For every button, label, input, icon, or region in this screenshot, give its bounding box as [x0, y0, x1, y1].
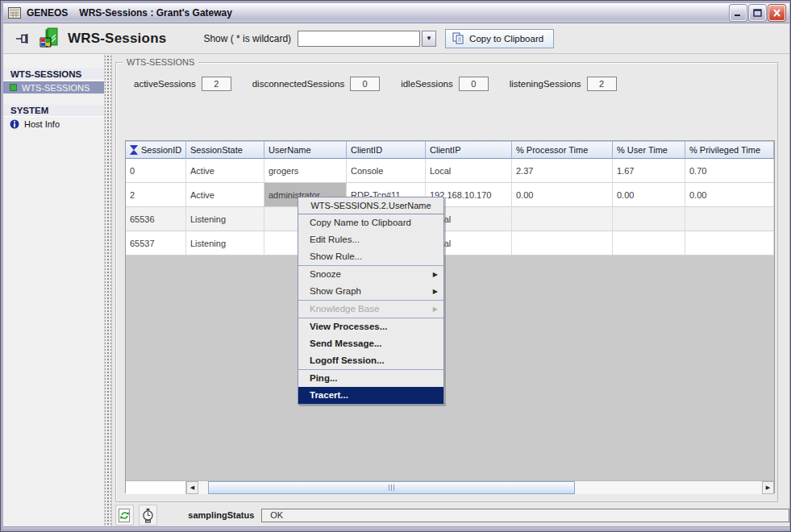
table-row[interactable]: 0 Active grogers Console Local 2.37 1.67… [126, 159, 774, 183]
table-cell[interactable] [685, 207, 774, 231]
groupbox-title: WTS-SESSIONS [123, 57, 198, 67]
menu-item-send-message[interactable]: Send Message... [298, 335, 443, 352]
column-header-user-time[interactable]: % User Time [613, 141, 685, 159]
listening-sessions-label: listeningSessions [510, 79, 581, 89]
maximize-icon [753, 9, 762, 17]
sidebar-item-label: WTS-SESSIONS [22, 83, 90, 93]
listening-sessions-value: 2 [587, 77, 617, 91]
status-ok-square-icon [10, 84, 17, 91]
context-menu-title: WTS-SESSIONS.2.UserName [298, 197, 443, 214]
show-wildcard-label: Show ( * is wildcard) [203, 33, 291, 44]
sidebar-section-system: SYSTEM [3, 105, 104, 117]
table-cell[interactable] [685, 231, 774, 256]
app-window: GENEOSWRS-Sessions : Grant's Gateway [0, 0, 791, 532]
table-cell[interactable] [613, 207, 685, 231]
column-header-processor-time[interactable]: % Processor Time [512, 141, 613, 159]
menu-item-tracert[interactable]: Tracert... [298, 387, 443, 404]
table-cell[interactable]: 0.00 [685, 183, 774, 207]
table-cell[interactable]: 0.00 [613, 183, 685, 207]
sidebar-item-wts-sessions[interactable]: WTS-SESSIONS [3, 81, 104, 94]
window-title: GENEOSWRS-Sessions : Grant's Gateway [27, 7, 232, 19]
maximize-button[interactable] [749, 5, 766, 21]
submenu-arrow-icon: ▶ [433, 283, 438, 300]
table-cell[interactable]: 2.37 [512, 159, 613, 183]
refresh-sample-button[interactable] [115, 505, 134, 526]
menu-item-view-processes[interactable]: View Processes... [298, 318, 443, 335]
column-header-sessionid[interactable]: SessionID [126, 141, 186, 159]
summary-row: activeSessions 2 disconnectedSessions 0 … [134, 77, 638, 91]
window-bottom-frame [3, 526, 789, 529]
pin-icon[interactable] [16, 33, 31, 44]
menu-item-show-rule[interactable]: Show Rule... [298, 248, 443, 265]
close-icon [772, 9, 781, 17]
sort-icon [130, 145, 138, 155]
table-cell[interactable]: Local [426, 159, 512, 183]
main-panel: WTS-SESSIONS activeSessions 2 disconnect… [112, 54, 789, 526]
menu-item-show-graph[interactable]: Show Graph▶ [298, 283, 443, 300]
copy-to-clipboard-button[interactable]: Copy to Clipboard [445, 29, 554, 48]
sample-timer-button[interactable] [139, 505, 157, 526]
titlebar[interactable]: GENEOSWRS-Sessions : Grant's Gateway [3, 3, 789, 23]
table-cell[interactable]: 0 [126, 159, 186, 183]
column-header-username[interactable]: UserName [264, 141, 347, 159]
scrollbar-track[interactable] [198, 481, 762, 494]
sidebar-section-wts-sessions: WTS-SESSIONS [3, 69, 104, 81]
stopwatch-icon [142, 508, 154, 523]
table-empty-area [126, 256, 774, 480]
table-cell[interactable] [613, 231, 685, 256]
table-cell[interactable]: 0.00 [512, 183, 613, 207]
navigation-sidebar: WTS-SESSIONS WTS-SESSIONS SYSTEM Host In… [3, 54, 104, 526]
sidebar-item-host-info[interactable]: Host Info [3, 118, 104, 130]
sidebar-splitter[interactable] [104, 54, 112, 526]
scroll-right-button[interactable]: ▶ [762, 481, 774, 494]
scrollbar-corner [126, 481, 186, 494]
table-cell[interactable]: Active [186, 183, 264, 207]
table-cell[interactable]: Listening [186, 231, 264, 256]
minimize-button[interactable] [730, 5, 747, 21]
copy-button-label: Copy to Clipboard [469, 34, 543, 44]
sampling-status-value: OK [261, 509, 789, 522]
table-cell[interactable] [512, 207, 613, 231]
horizontal-scrollbar: ◀ ▶ [126, 480, 774, 494]
menu-item-edit-rules[interactable]: Edit Rules... [298, 231, 443, 248]
table-row[interactable]: 2 Active administrator RDP-Tcp#11 192.16… [126, 183, 774, 207]
info-icon [10, 119, 19, 129]
menu-item-snooze[interactable]: Snooze▶ [298, 266, 443, 283]
table-cell[interactable]: Listening [186, 207, 264, 231]
table-cell[interactable]: 65536 [126, 207, 186, 231]
column-header-privileged-time[interactable]: % Privileged Time [685, 141, 774, 159]
table-cell[interactable]: 65537 [126, 231, 186, 256]
filter-dropdown-button[interactable]: ▼ [422, 31, 436, 47]
column-header-clientip[interactable]: ClientIP [426, 141, 512, 159]
table-cell[interactable]: grogers [264, 159, 347, 183]
table-row[interactable]: 65537 Listening Local [126, 231, 774, 256]
scroll-right-icon: ▶ [766, 484, 770, 491]
scrollbar-grip [389, 484, 394, 491]
table-cell[interactable] [512, 231, 613, 256]
menu-item-copy-name[interactable]: Copy Name to Clipboard [298, 214, 443, 231]
filter-input[interactable] [298, 31, 420, 47]
status-row: samplingStatus OK [112, 504, 789, 526]
table-cell[interactable]: Active [186, 159, 264, 183]
active-sessions-value: 2 [202, 77, 231, 91]
copy-icon [452, 32, 464, 44]
scrollbar-thumb[interactable] [208, 481, 575, 494]
table-cell[interactable]: 0.70 [685, 159, 774, 183]
refresh-icon [118, 508, 131, 523]
chevron-down-icon: ▼ [426, 35, 432, 42]
column-header-sessionstate[interactable]: SessionState [186, 141, 264, 159]
wrs-sessions-app-icon [39, 27, 60, 49]
table-cell[interactable]: 1.67 [613, 159, 685, 183]
toolbar: WRS-Sessions Show ( * is wildcard) ▼ Cop… [3, 23, 789, 54]
idle-sessions-value: 0 [459, 77, 489, 91]
menu-item-ping[interactable]: Ping... [298, 370, 443, 387]
table-cell[interactable]: 2 [126, 183, 186, 207]
idle-sessions-label: idleSessions [401, 79, 453, 89]
app-window-icon [8, 7, 22, 19]
menu-item-logoff-session[interactable]: Logoff Session... [298, 352, 443, 369]
table-row[interactable]: 65536 Listening Local [126, 207, 774, 231]
close-button[interactable] [768, 5, 785, 21]
scroll-left-button[interactable]: ◀ [186, 481, 198, 494]
column-header-clientid[interactable]: ClientID [347, 141, 426, 159]
table-cell[interactable]: Console [347, 159, 426, 183]
